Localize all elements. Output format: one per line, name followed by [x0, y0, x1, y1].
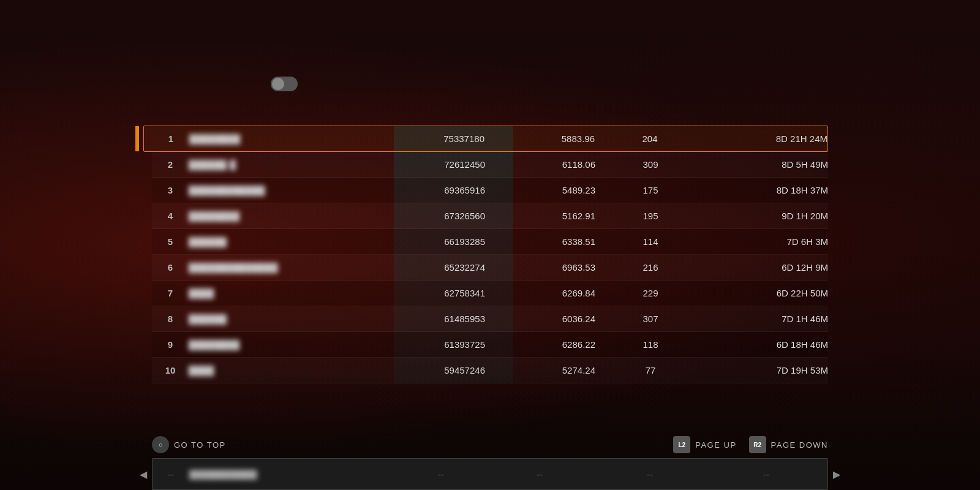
time-played-cell: 8D 18H 37M — [706, 185, 828, 195]
essence-cell: 67326560 — [397, 211, 485, 221]
essence-per-min-cell: 6963.53 — [485, 262, 595, 273]
games-played-cell: 175 — [595, 185, 706, 195]
go-to-top-label: GO TO TOP — [174, 440, 226, 450]
bottom-arrow-left-button[interactable]: ◀ — [140, 469, 147, 480]
player-name-cell: ██████ — [189, 237, 397, 247]
player-name-cell: ████████ — [189, 340, 397, 350]
essence-per-min-cell: 6036.24 — [485, 314, 595, 324]
essence-cell: 61485953 — [397, 314, 485, 324]
time-played-cell: 8D 5H 49M — [706, 159, 828, 170]
essence-per-min-cell: 5883.96 — [484, 134, 595, 144]
bottom-controls: ○ GO TO TOP L2 PAGE UP R2 PAGE DOWN — [152, 436, 828, 453]
games-played-cell: 216 — [595, 262, 706, 273]
essence-cell: 65232274 — [397, 262, 485, 273]
player-name-cell: ████████████ — [189, 186, 397, 195]
table-row: 6 ██████████████ 65232274 6963.53 216 6D… — [152, 255, 828, 281]
time-played-cell: 6D 18H 46M — [706, 339, 828, 350]
essence-cell: 59457246 — [397, 365, 485, 375]
rank-cell: 9 — [152, 339, 189, 350]
essence-cell: 62758341 — [397, 288, 485, 298]
rank-cell: 5 — [152, 236, 189, 247]
time-played-cell: 7D 1H 46M — [706, 314, 828, 324]
table-body: 1 ████████ 75337180 5883.96 204 8D 21H 2… — [152, 126, 828, 383]
player-name-cell: ██████ █ — [189, 160, 397, 170]
essence-cell: 61393725 — [397, 339, 485, 350]
essence-cell: 69365916 — [397, 185, 485, 195]
rank-cell: 7 — [152, 288, 189, 298]
essence-cell: 66193285 — [397, 236, 485, 247]
r2-button-wrapper: R2 PAGE DOWN — [749, 436, 828, 453]
bottom-games-played: -- — [595, 469, 705, 480]
essence-per-min-cell: 5274.24 — [485, 365, 595, 375]
table-row: 1 ████████ 75337180 5883.96 204 8D 21H 2… — [143, 126, 828, 152]
bottom-essence: -- — [398, 469, 484, 480]
table-row: 10 ████ 59457246 5274.24 77 7D 19H 53M — [152, 358, 828, 383]
table-row: 2 ██████ █ 72612450 6118.06 309 8D 5H 49… — [152, 152, 828, 178]
main-container: LEADERBOARDS ZOMBIES L1 CAREER ELIMINATI… — [0, 0, 980, 490]
time-played-cell: 6D 22H 50M — [706, 288, 828, 298]
toggle-knob — [272, 78, 284, 90]
player-name-cell: ████ — [189, 366, 397, 375]
essence-cell: 72612450 — [397, 159, 485, 170]
games-played-cell: 77 — [595, 365, 706, 375]
player-name-cell: ██████ — [189, 314, 397, 324]
time-played-cell: 9D 1H 20M — [706, 211, 828, 221]
table-row: 7 ████ 62758341 6269.84 229 6D 22H 50M — [152, 281, 828, 306]
bottom-time-played: -- — [705, 469, 827, 480]
rank-cell: 1 — [153, 134, 189, 144]
toggle-switch[interactable] — [271, 77, 298, 91]
games-played-cell: 114 — [595, 236, 706, 247]
games-played-cell: 307 — [595, 314, 706, 324]
rank-cell: 2 — [152, 159, 189, 170]
time-played-cell: 7D 6H 3M — [706, 236, 828, 247]
go-top-circle-icon: ○ — [152, 436, 169, 453]
r2-controller-button[interactable]: R2 — [749, 436, 766, 453]
essence-per-min-cell: 5162.91 — [485, 211, 595, 221]
time-played-cell: 7D 19H 53M — [706, 365, 828, 375]
bottom-essence-per-min: -- — [484, 469, 595, 480]
time-played-cell: 8D 21H 24M — [705, 134, 827, 144]
rank-cell: 8 — [152, 314, 189, 324]
rank-indicator-bar — [135, 126, 139, 151]
player-name-cell: ████████ — [189, 134, 398, 144]
games-played-cell: 195 — [595, 211, 706, 221]
l2-button-wrapper: L2 PAGE UP — [673, 436, 736, 453]
table-row: 5 ██████ 66193285 6338.51 114 7D 6H 3M — [152, 229, 828, 255]
player-name-cell: ██████████████ — [189, 263, 397, 273]
page-up-label: PAGE UP — [695, 440, 736, 450]
page-down-label: PAGE DOWN — [771, 440, 828, 450]
table-row: 3 ████████████ 69365916 5489.23 175 8D 1… — [152, 178, 828, 203]
games-played-cell: 309 — [595, 159, 706, 170]
essence-per-min-cell: 6269.84 — [485, 288, 595, 298]
bottom-arrow-right-button[interactable]: ▶ — [833, 469, 840, 480]
essence-per-min-cell: 6286.22 — [485, 339, 595, 350]
games-played-cell: 229 — [595, 288, 706, 298]
player-name-cell: ████████ — [189, 211, 397, 221]
bottom-rank: -- — [153, 469, 189, 480]
bottom-player-row: -- ████████████ -- -- -- -- — [152, 458, 828, 490]
table-row: 8 ██████ 61485953 6036.24 307 7D 1H 46M — [152, 306, 828, 332]
page-controls: L2 PAGE UP R2 PAGE DOWN — [673, 436, 828, 453]
games-played-cell: 204 — [595, 134, 705, 144]
rank-cell: 3 — [152, 185, 189, 195]
essence-per-min-cell: 6118.06 — [485, 159, 595, 170]
essence-per-min-cell: 5489.23 — [485, 185, 595, 195]
essence-per-min-cell: 6338.51 — [485, 236, 595, 247]
table-row: 4 ████████ 67326560 5162.91 195 9D 1H 20… — [152, 203, 828, 229]
player-name-cell: ████ — [189, 288, 397, 298]
l2-controller-button[interactable]: L2 — [673, 436, 690, 453]
games-played-cell: 118 — [595, 339, 706, 350]
go-to-top-button[interactable]: ○ GO TO TOP — [152, 436, 226, 453]
time-played-cell: 6D 12H 9M — [706, 262, 828, 273]
essence-cell: 75337180 — [398, 134, 484, 144]
table-row: 9 ████████ 61393725 6286.22 118 6D 18H 4… — [152, 332, 828, 358]
rank-cell: 4 — [152, 211, 189, 221]
bottom-player-name: ████████████ — [189, 470, 398, 479]
rank-cell: 10 — [152, 365, 189, 375]
rank-cell: 6 — [152, 262, 189, 273]
